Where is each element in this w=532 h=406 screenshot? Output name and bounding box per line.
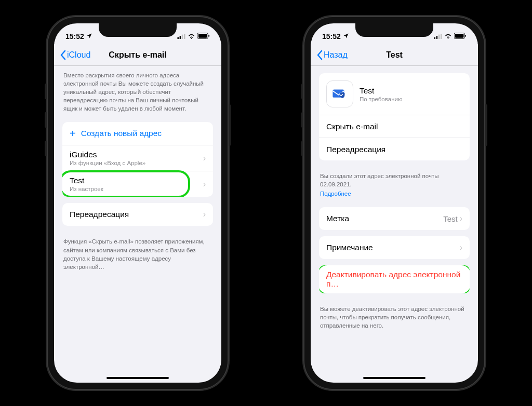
deactivate-group: Деактивировать адрес электронной п… (319, 265, 470, 293)
address-item-subtitle: Из настроек (70, 186, 203, 192)
plus-icon: + (70, 128, 76, 140)
chevron-left-icon (317, 50, 323, 60)
deactivate-label: Деактивировать адрес электронной п… (326, 270, 462, 289)
note-title: Примечание (326, 243, 460, 252)
nav-back-label: Назад (324, 50, 348, 60)
footer-description: Функция «Скрыть e-mail» позволяет прилож… (62, 232, 213, 276)
chevron-right-icon: › (460, 214, 462, 223)
note-row[interactable]: Примечание › (319, 236, 470, 259)
forwarding-row[interactable]: Переадресация › (62, 203, 213, 226)
hide-email-row[interactable]: Скрыть e-mail (319, 115, 470, 138)
svg-rect-3 (184, 34, 185, 39)
status-time: 15:52 (65, 32, 84, 40)
battery-icon (454, 32, 467, 40)
forwarding-label: Переадресация (326, 145, 462, 154)
home-indicator (107, 377, 169, 379)
chevron-right-icon: › (203, 180, 206, 189)
mail-shield-icon (326, 80, 353, 107)
svg-rect-5 (198, 34, 207, 37)
chevron-left-icon (60, 50, 66, 60)
address-item-subtitle: Из функции «Вход с Apple» (70, 160, 203, 166)
address-item-title: iGuides (70, 150, 203, 159)
created-description: Вы создали этот адрес электронной почты … (319, 167, 470, 203)
screen-right: 15:52 Назад Tes (311, 23, 478, 383)
nav-bar: Назад Test (311, 44, 478, 66)
svg-rect-13 (465, 35, 466, 37)
label-row[interactable]: Метка Test › (319, 207, 470, 230)
forwarding-label: Переадресация (70, 210, 203, 219)
hide-email-label: Скрыть e-mail (326, 122, 462, 131)
notch (99, 23, 177, 37)
learn-more-link[interactable]: Подробнее (320, 190, 469, 198)
app-header-title: Test (360, 86, 403, 96)
location-icon (343, 32, 349, 40)
address-list-group: + Создать новый адрес iGuides Из функции… (62, 122, 213, 197)
svg-rect-7 (434, 37, 436, 39)
status-time: 15:52 (322, 32, 341, 40)
svg-rect-9 (438, 35, 440, 39)
app-header: Test По требованию (319, 73, 470, 115)
deactivate-description: Вы можете деактивировать этот адрес элек… (319, 300, 470, 335)
wifi-icon (444, 32, 452, 40)
note-group: Примечание › (319, 236, 470, 259)
svg-rect-0 (178, 37, 179, 39)
app-header-group: Test По требованию Скрыть e-mail Переадр… (319, 73, 470, 160)
address-item-iguides[interactable]: iGuides Из функции «Вход с Apple» › (62, 145, 213, 171)
home-indicator (363, 377, 425, 379)
label-value: Test (443, 214, 458, 223)
nav-back-button[interactable]: Назад (317, 50, 348, 60)
create-address-row[interactable]: + Создать новый адрес (62, 122, 213, 145)
forwarding-group: Переадресация › (62, 203, 213, 226)
svg-rect-2 (182, 35, 183, 39)
phone-frame-right: 15:52 Назад Tes (303, 16, 485, 390)
chevron-right-icon: › (460, 243, 462, 252)
notch (355, 23, 433, 37)
svg-rect-1 (180, 36, 181, 39)
svg-rect-8 (436, 36, 438, 39)
label-title: Метка (326, 214, 443, 223)
forwarding-row[interactable]: Переадресация (319, 138, 470, 160)
nav-back-label: iCloud (67, 50, 90, 60)
app-header-subtitle: По требованию (360, 96, 403, 102)
address-item-test[interactable]: Test Из настроек › (62, 171, 213, 197)
svg-rect-10 (441, 34, 442, 39)
nav-bar: iCloud Скрыть e-mail (54, 44, 221, 66)
deactivate-row[interactable]: Деактивировать адрес электронной п… (319, 265, 470, 293)
svg-rect-12 (455, 34, 464, 37)
signal-icon (177, 32, 185, 40)
wifi-icon (188, 32, 195, 40)
chevron-right-icon: › (203, 210, 206, 219)
chevron-right-icon: › (203, 154, 206, 163)
signal-icon (434, 32, 442, 40)
label-group: Метка Test › (319, 207, 470, 230)
intro-description: Вместо раскрытия своего личного адреса э… (62, 66, 213, 118)
created-text: Вы создали этот адрес электронной почты … (320, 173, 438, 187)
address-item-title: Test (70, 176, 203, 185)
nav-back-button[interactable]: iCloud (60, 50, 90, 60)
create-address-label: Создать новый адрес (81, 129, 162, 138)
svg-rect-6 (208, 35, 209, 37)
battery-icon (197, 32, 210, 40)
screen-left: 15:52 iCloud Ск (54, 23, 221, 383)
phone-frame-left: 15:52 iCloud Ск (47, 16, 229, 390)
location-icon (86, 32, 92, 40)
